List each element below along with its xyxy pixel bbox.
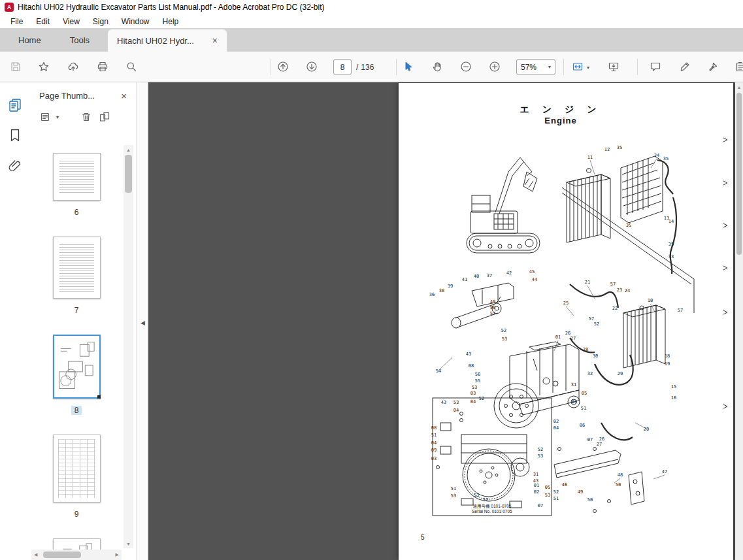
fit-width-icon: [572, 61, 584, 73]
attachments-panel-button[interactable]: [8, 158, 22, 173]
part-callout-18: 18: [665, 354, 670, 359]
part-callout-35: 35: [626, 223, 631, 228]
find-button[interactable]: [122, 57, 141, 76]
scroll-up-icon[interactable]: ▲: [124, 145, 133, 154]
part-callout-55: 55: [475, 378, 480, 384]
highlight-button[interactable]: [675, 57, 695, 76]
page-number-input[interactable]: 8: [333, 59, 352, 74]
part-callout-14: 14: [669, 219, 674, 224]
delete-pages-button[interactable]: [78, 109, 94, 125]
part-callout-03: 03: [431, 456, 437, 461]
thumbnail-page-10[interactable]: [30, 538, 123, 550]
chevron-down-icon[interactable]: ▾: [587, 65, 589, 71]
tab-home[interactable]: Home: [4, 28, 56, 52]
thumbnail-preview[interactable]: [53, 538, 101, 550]
tab-document[interactable]: Hitachi UH02 Hydr... ×: [108, 29, 227, 52]
favorites-button[interactable]: [34, 57, 54, 76]
resize-thumbnails-button[interactable]: [97, 109, 112, 125]
menu-item-window[interactable]: Window: [115, 17, 156, 26]
thumbnail-page-7[interactable]: 7: [30, 237, 123, 315]
part-callout-05: 05: [545, 485, 550, 490]
excavator-sketch: [467, 157, 540, 253]
panel-close-icon[interactable]: ×: [121, 90, 127, 101]
scroll-up-icon[interactable]: ▲: [735, 82, 743, 91]
scrollbar-thumb[interactable]: [43, 552, 81, 558]
save-button[interactable]: [6, 57, 25, 76]
scrollbar-thumb[interactable]: [736, 93, 742, 255]
menu-item-file[interactable]: File: [4, 17, 29, 26]
thumbnail-horizontal-scrollbar[interactable]: ◀ ▶: [31, 550, 122, 560]
thumbnail-preview[interactable]: [53, 335, 101, 399]
more-tools-button[interactable]: [731, 57, 743, 76]
serial-line-japanese: 適用号機 0101-0705: [456, 504, 528, 509]
window-title: Hitachi UH02 Hydraulic Excavator Parts L…: [18, 3, 325, 12]
clipboard-icon: [736, 61, 743, 73]
share-cloud-button[interactable]: [63, 57, 83, 76]
scroll-right-icon[interactable]: ▶: [116, 552, 119, 557]
part-callout-07: 07: [587, 437, 593, 442]
menu-item-sign[interactable]: Sign: [86, 17, 115, 26]
thumbnail-preview[interactable]: [53, 237, 101, 299]
document-vertical-scrollbar[interactable]: ▲: [735, 82, 743, 560]
thumbnail-preview[interactable]: [53, 153, 101, 201]
trash-icon: [81, 112, 91, 122]
thumbnail-vertical-scrollbar[interactable]: ▲ ▼: [124, 145, 133, 548]
thumbnail-preview[interactable]: [53, 435, 101, 502]
save-icon: [10, 61, 22, 73]
bookmarks-panel-button[interactable]: [8, 128, 22, 142]
zoom-in-button[interactable]: [485, 57, 504, 76]
part-callout-44: 44: [532, 277, 537, 282]
part-callout-51: 51: [581, 406, 586, 411]
print-icon: [97, 61, 108, 73]
tab-tools[interactable]: Tools: [56, 28, 104, 52]
send-to-screen-icon: [608, 61, 619, 73]
menu-item-view[interactable]: View: [56, 17, 86, 26]
zoom-level-select[interactable]: 57% ▾: [516, 59, 555, 74]
part-callout-01: 01: [534, 483, 539, 488]
send-to-screen-button[interactable]: [604, 57, 623, 76]
thumbnail-page-6[interactable]: 6: [30, 153, 123, 217]
part-callout-53: 53: [474, 493, 479, 498]
menubar: FileEditViewSignWindowHelp: [0, 14, 743, 28]
hand-tool-button[interactable]: [427, 57, 447, 76]
scroll-down-icon[interactable]: ▼: [124, 539, 133, 548]
part-callout-45: 45: [529, 269, 535, 274]
scroll-left-icon[interactable]: ◀: [34, 552, 37, 557]
zoom-value: 57%: [521, 63, 537, 72]
scrollbar-thumb[interactable]: [125, 155, 132, 193]
zoom-out-button[interactable]: [456, 57, 476, 76]
select-cursor-icon: [403, 61, 414, 73]
tab-bar: Home Tools Hitachi UH02 Hydr... ×: [0, 28, 743, 52]
print-button[interactable]: [93, 57, 112, 76]
menu-item-edit[interactable]: Edit: [29, 17, 56, 26]
document-tab-close-icon[interactable]: ×: [212, 35, 218, 46]
part-callout-09: 09: [431, 448, 437, 453]
radiator-assembly: [567, 169, 610, 243]
comment-button[interactable]: [646, 57, 665, 76]
previous-page-button[interactable]: [273, 57, 293, 76]
chevron-down-icon[interactable]: ▾: [56, 114, 59, 120]
side-bracket: [629, 472, 644, 504]
hand-tool-icon: [432, 61, 443, 73]
page-thumbnails-panel-button[interactable]: [8, 98, 22, 112]
thumbnail-page-8[interactable]: 8: [30, 335, 123, 415]
resize-pages-icon: [99, 112, 110, 122]
part-callout-53: 53: [454, 400, 459, 405]
thumbnail-page-9[interactable]: 9: [30, 435, 123, 519]
menu-item-help[interactable]: Help: [156, 17, 186, 26]
sign-button[interactable]: [703, 57, 723, 76]
panel-toolbar: ▾: [30, 104, 136, 131]
thumbnail-options-button[interactable]: [38, 109, 54, 125]
paperclip-icon: [8, 158, 22, 173]
part-callout-42: 42: [506, 271, 512, 276]
part-callout-21: 21: [585, 280, 590, 285]
part-callout-04: 04: [553, 425, 559, 431]
part-callout-38: 38: [439, 288, 444, 293]
part-callout-04: 04: [572, 399, 577, 404]
next-page-button[interactable]: [302, 57, 322, 76]
page-count: 136: [361, 63, 374, 72]
collapse-panel-button[interactable]: ◀: [137, 314, 149, 332]
select-tool-button[interactable]: [399, 57, 418, 76]
zoom-out-icon: [461, 61, 472, 73]
fit-width-button[interactable]: [568, 57, 587, 76]
